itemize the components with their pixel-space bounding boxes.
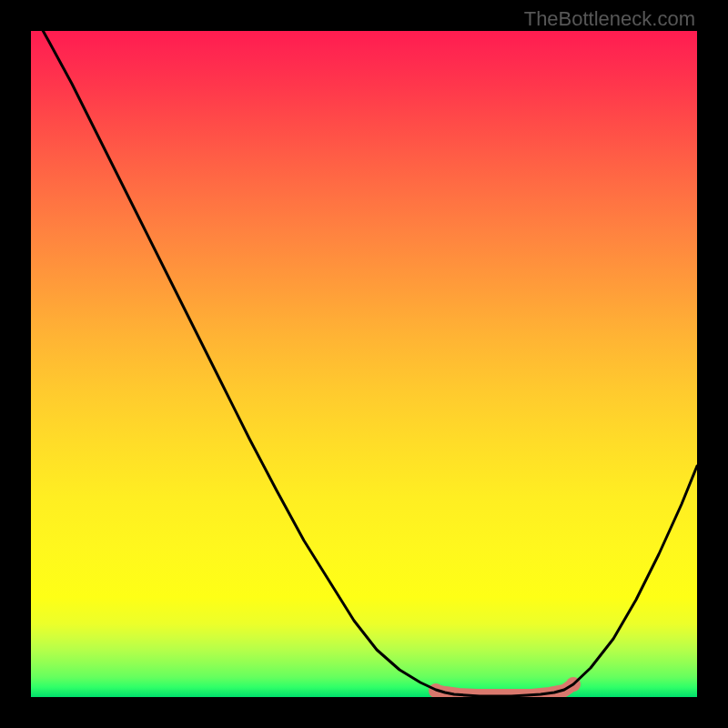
- plot-area: [31, 31, 697, 697]
- bottleneck-curve: [31, 31, 697, 696]
- chart-svg: [31, 31, 697, 697]
- chart-container: TheBottleneck.com: [0, 0, 728, 728]
- attribution-text: TheBottleneck.com: [524, 7, 695, 31]
